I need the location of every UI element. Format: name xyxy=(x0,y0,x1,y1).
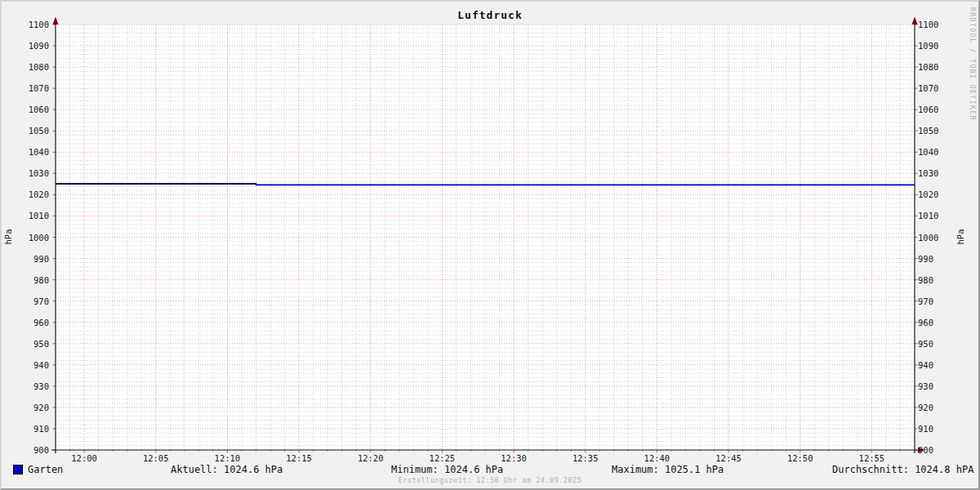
y-tick-label-right: 900 xyxy=(918,445,965,455)
stat-current: Aktuell: 1024.6 hPa xyxy=(171,464,283,475)
y-tick-label-left: 950 xyxy=(2,339,49,349)
x-tick-label: 12:40 xyxy=(630,453,683,463)
pressure-chart-canvas xyxy=(2,2,978,488)
y-tick-label-left: 1000 xyxy=(2,233,49,243)
x-tick-label: 12:00 xyxy=(58,453,110,463)
series-label: Garten xyxy=(28,464,63,475)
y-tick-label-left: 1070 xyxy=(2,83,49,93)
y-tick-label-right: 1050 xyxy=(918,126,965,136)
y-tick-label-right: 970 xyxy=(918,296,965,306)
y-tick-label-right: 1070 xyxy=(918,83,965,93)
y-tick-label-left: 1080 xyxy=(2,62,49,72)
legend-series-garten: Garten xyxy=(13,464,63,475)
rrdtool-watermark: RRDTOOL / TOBI OETIKER xyxy=(969,7,976,121)
x-tick-label: 12:45 xyxy=(702,453,755,463)
y-tick-label-right: 940 xyxy=(918,360,965,370)
y-tick-label-right: 990 xyxy=(918,254,965,264)
y-tick-label-left: 930 xyxy=(2,381,49,391)
y-tick-label-right: 950 xyxy=(918,339,965,349)
y-tick-label-left: 990 xyxy=(2,254,49,264)
x-tick-label: 12:05 xyxy=(130,453,182,463)
y-tick-label-left: 1040 xyxy=(2,147,49,157)
y-tick-label-right: 910 xyxy=(918,424,965,434)
x-tick-label: 12:10 xyxy=(201,453,253,463)
y-tick-label-right: 920 xyxy=(918,403,965,412)
y-tick-label-left: 910 xyxy=(2,424,49,434)
x-tick-label: 12:20 xyxy=(345,453,397,463)
y-tick-label-left: 1020 xyxy=(2,189,49,199)
stat-minimum: Minimum: 1024.6 hPa xyxy=(391,464,503,475)
x-tick-label: 12:50 xyxy=(774,453,826,463)
y-tick-label-left: 1010 xyxy=(2,211,49,220)
y-tick-label-left: 1100 xyxy=(2,20,49,29)
y-tick-label-left: 900 xyxy=(2,445,49,455)
y-tick-label-left: 920 xyxy=(2,403,49,412)
y-tick-label-right: 1000 xyxy=(918,233,965,243)
y-tick-label-right: 1090 xyxy=(918,41,965,51)
stat-maximum: Maximum: 1025.1 hPa xyxy=(612,464,724,475)
y-tick-label-left: 1030 xyxy=(2,168,49,178)
y-tick-label-right: 1030 xyxy=(918,168,965,178)
x-tick-label: 12:15 xyxy=(273,453,325,463)
x-tick-label: 12:30 xyxy=(488,453,540,463)
creation-timestamp: Erstellungszeit: 12:58 Uhr am 24.09.2025 xyxy=(2,476,978,484)
rrdtool-graph: Luftdruck hPa hPa RRDTOOL / TOBI OETIKER… xyxy=(0,0,980,490)
y-tick-label-left: 940 xyxy=(2,360,49,370)
y-tick-label-left: 960 xyxy=(2,318,49,327)
x-tick-label: 12:25 xyxy=(416,453,468,463)
stat-average: Durchschnitt: 1024.8 hPA xyxy=(832,464,973,475)
y-tick-label-left: 1060 xyxy=(2,105,49,114)
y-tick-label-left: 970 xyxy=(2,296,49,306)
y-tick-label-right: 1040 xyxy=(918,147,965,157)
y-tick-label-right: 960 xyxy=(918,318,965,327)
y-tick-label-right: 930 xyxy=(918,381,965,391)
y-tick-label-right: 980 xyxy=(918,275,965,285)
y-tick-label-right: 1010 xyxy=(918,211,965,220)
x-tick-label: 12:35 xyxy=(559,453,612,463)
y-tick-label-right: 1020 xyxy=(918,189,965,199)
y-tick-label-right: 1080 xyxy=(918,62,965,72)
y-tick-label-right: 1060 xyxy=(918,105,965,114)
series-color-swatch xyxy=(13,465,23,474)
chart-title: Luftdruck xyxy=(2,9,978,21)
x-tick-label: 12:55 xyxy=(845,453,898,463)
y-tick-label-right: 1100 xyxy=(918,20,965,29)
y-tick-label-left: 980 xyxy=(2,275,49,285)
y-tick-label-left: 1050 xyxy=(2,126,49,136)
y-tick-label-left: 1090 xyxy=(2,41,49,51)
